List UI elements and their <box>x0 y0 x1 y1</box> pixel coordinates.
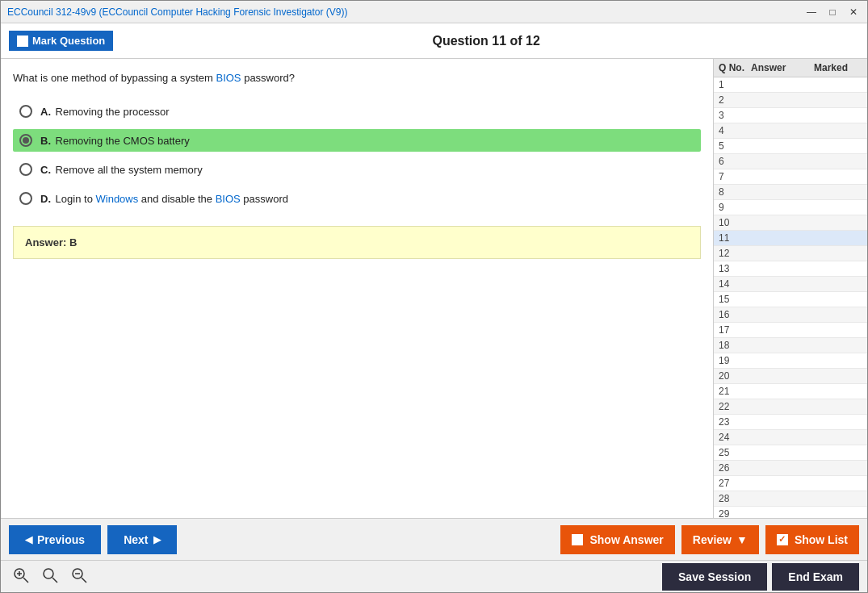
row-qno: 29 <box>719 508 751 518</box>
table-row[interactable]: 7 <box>714 169 867 185</box>
mark-question-button[interactable]: Mark Question <box>9 31 113 51</box>
row-qno: 8 <box>719 186 751 198</box>
row-answer <box>751 263 814 274</box>
close-button[interactable]: ✕ <box>846 6 861 18</box>
row-marked <box>814 232 862 244</box>
table-row[interactable]: 21 <box>714 384 867 399</box>
row-answer <box>751 217 814 228</box>
row-answer <box>751 156 814 167</box>
row-qno: 26 <box>719 462 751 474</box>
option-a[interactable]: A. Removing the processor <box>13 100 701 123</box>
table-row[interactable]: 18 <box>714 338 867 353</box>
side-panel: Q No. Answer Marked 12345678910111213141… <box>714 59 867 518</box>
radio-b <box>19 134 32 147</box>
table-row[interactable]: 25 <box>714 445 867 461</box>
side-panel-rows[interactable]: 1234567891011121314151617181920212223242… <box>714 77 867 518</box>
table-row[interactable]: 29 <box>714 507 867 518</box>
table-row[interactable]: 11 <box>714 231 867 246</box>
row-qno: 5 <box>719 140 751 152</box>
row-answer <box>751 202 814 213</box>
row-answer <box>751 294 814 305</box>
table-row[interactable]: 15 <box>714 292 867 307</box>
table-row[interactable]: 16 <box>714 307 867 323</box>
row-marked <box>814 202 862 213</box>
question-title: Question 11 of 12 <box>113 34 859 48</box>
row-marked <box>814 110 862 121</box>
row-answer <box>751 140 814 152</box>
save-session-label: Save Session <box>678 570 751 583</box>
row-answer <box>751 125 814 136</box>
show-list-button[interactable]: ✓ Show List <box>765 525 859 554</box>
table-row[interactable]: 26 <box>714 461 867 476</box>
maximize-button[interactable]: □ <box>825 6 840 18</box>
option-a-text: A. Removing the processor <box>40 106 170 118</box>
row-answer <box>751 94 814 106</box>
row-qno: 6 <box>719 156 751 167</box>
row-marked <box>814 156 862 167</box>
option-b-text: B. Removing the CMOS battery <box>40 135 190 147</box>
row-qno: 10 <box>719 217 751 228</box>
table-row[interactable]: 1 <box>714 77 867 93</box>
row-qno: 22 <box>719 401 751 412</box>
option-d-text: D. Login to Windows and disable the BIOS… <box>40 193 288 205</box>
table-row[interactable]: 20 <box>714 369 867 384</box>
col-header-marked: Marked <box>814 62 862 73</box>
table-row[interactable]: 22 <box>714 399 867 415</box>
row-marked <box>814 447 862 458</box>
minimize-button[interactable]: — <box>804 6 819 18</box>
option-c[interactable]: C. Remove all the system memory <box>13 158 701 181</box>
row-answer <box>751 171 814 182</box>
row-qno: 1 <box>719 79 751 90</box>
table-row[interactable]: 6 <box>714 154 867 169</box>
row-qno: 14 <box>719 278 751 290</box>
table-row[interactable]: 8 <box>714 185 867 200</box>
row-answer <box>751 340 814 351</box>
row-marked <box>814 278 862 290</box>
table-row[interactable]: 2 <box>714 93 867 108</box>
col-header-qno: Q No. <box>719 62 751 73</box>
zoom-in-button[interactable] <box>9 566 33 588</box>
end-exam-button[interactable]: End Exam <box>772 563 859 591</box>
table-row[interactable]: 13 <box>714 261 867 277</box>
table-row[interactable]: 14 <box>714 277 867 292</box>
row-qno: 19 <box>719 355 751 366</box>
next-button[interactable]: Next ▶ <box>107 525 176 554</box>
question-panel: What is one method of bypassing a system… <box>1 59 714 518</box>
table-row[interactable]: 23 <box>714 415 867 430</box>
previous-button[interactable]: ◀ Previous <box>9 525 101 554</box>
review-label: Review <box>693 533 732 546</box>
row-qno: 12 <box>719 248 751 259</box>
save-session-button[interactable]: Save Session <box>662 563 767 591</box>
option-b[interactable]: B. Removing the CMOS battery <box>13 129 701 152</box>
row-qno: 7 <box>719 171 751 182</box>
table-row[interactable]: 3 <box>714 108 867 123</box>
row-answer <box>751 355 814 366</box>
table-row[interactable]: 28 <box>714 491 867 507</box>
row-marked <box>814 416 862 428</box>
table-row[interactable]: 5 <box>714 139 867 154</box>
svg-line-1 <box>23 578 28 583</box>
table-row[interactable]: 19 <box>714 353 867 369</box>
end-exam-label: End Exam <box>788 570 843 583</box>
row-qno: 27 <box>719 478 751 489</box>
table-row[interactable]: 17 <box>714 323 867 338</box>
row-answer <box>751 309 814 320</box>
zoom-out-button[interactable] <box>67 566 91 588</box>
highlight-bios: BIOS <box>216 72 241 84</box>
review-button[interactable]: Review ▼ <box>681 525 759 554</box>
zoom-normal-button[interactable] <box>38 566 62 588</box>
table-row[interactable]: 10 <box>714 215 867 231</box>
table-row[interactable]: 24 <box>714 430 867 445</box>
table-row[interactable]: 4 <box>714 123 867 139</box>
header: Mark Question Question 11 of 12 <box>1 23 867 59</box>
row-answer <box>751 493 814 504</box>
show-answer-button[interactable]: Show Answer <box>560 525 674 554</box>
row-answer <box>751 401 814 412</box>
row-marked <box>814 386 862 397</box>
table-row[interactable]: 12 <box>714 246 867 261</box>
row-answer <box>751 432 814 443</box>
table-row[interactable]: 9 <box>714 200 867 215</box>
option-d[interactable]: D. Login to Windows and disable the BIOS… <box>13 187 701 210</box>
table-row[interactable]: 27 <box>714 476 867 491</box>
row-qno: 13 <box>719 263 751 274</box>
